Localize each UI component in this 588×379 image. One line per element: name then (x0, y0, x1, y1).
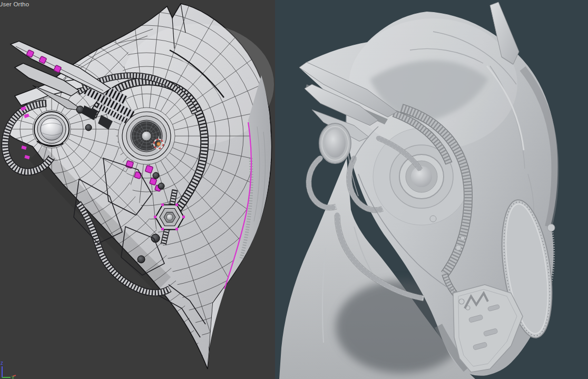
blender-window: User Ortho (0, 0, 588, 379)
viewport-render[interactable] (275, 0, 588, 379)
viewport-mode-label: User Ortho (0, 1, 29, 7)
wireframe-canvas[interactable]: z y (0, 0, 275, 379)
render-eye-lens (319, 123, 351, 163)
ear-disc (122, 112, 171, 160)
render-canvas[interactable] (275, 0, 588, 379)
axis-z-label: z (1, 360, 3, 366)
viewport-wireframe[interactable]: User Ortho (0, 0, 275, 379)
axis-y-label: y (12, 374, 14, 379)
eye-lens (34, 112, 69, 147)
